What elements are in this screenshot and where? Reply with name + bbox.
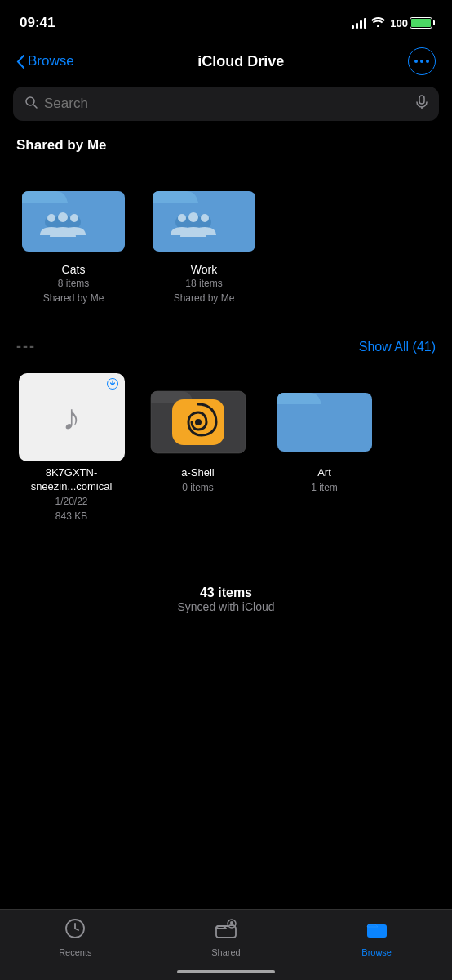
list-item[interactable]: Cats 8 itemsShared by Me xyxy=(8,167,139,318)
file-name: 8K7GXTN-sneezin...comical xyxy=(31,466,113,494)
svg-line-5 xyxy=(33,105,37,108)
file-meta: 1 item xyxy=(311,480,338,495)
file-meta: 1/20/22843 KB xyxy=(55,494,87,523)
svg-point-25 xyxy=(195,419,202,425)
file-name: Art xyxy=(317,466,331,480)
folder-name: Work xyxy=(191,263,217,276)
download-icon xyxy=(107,378,118,392)
bottom-status: 43 items Synced with iCloud xyxy=(0,537,452,630)
nav-bar: Browse iCloud Drive xyxy=(0,41,452,83)
svg-point-3 xyxy=(426,60,429,63)
svg-point-14 xyxy=(70,214,78,222)
signal-icon xyxy=(352,17,366,29)
item-count: 43 items xyxy=(16,586,436,600)
shared-folder-icon xyxy=(151,175,257,256)
status-bar: 09:41 100 xyxy=(0,0,452,41)
file-meta: 0 items xyxy=(182,480,214,495)
folder-name: Cats xyxy=(62,263,86,276)
section-header-shared: Shared by Me xyxy=(0,134,452,167)
list-item[interactable]: Work 18 itemsShared by Me xyxy=(139,167,269,318)
list-item[interactable]: ♪ 8K7GXTN-sneezin...comical 1/20/22843 K… xyxy=(8,367,135,537)
browse-icon xyxy=(366,918,388,944)
shared-label: Shared xyxy=(211,947,240,957)
back-button[interactable]: Browse xyxy=(16,53,74,69)
mic-icon[interactable] xyxy=(416,95,428,113)
svg-point-10 xyxy=(58,212,68,222)
divider-section: --- Show All (41) xyxy=(0,318,452,367)
tab-browse[interactable]: Browse xyxy=(344,918,410,957)
svg-point-30 xyxy=(230,921,233,924)
show-all-button[interactable]: Show All (41) xyxy=(359,340,436,354)
sync-status: Synced with iCloud xyxy=(16,600,436,613)
list-item[interactable]: Art 1 item xyxy=(261,367,388,537)
svg-point-2 xyxy=(420,60,423,63)
folder-thumbnail xyxy=(272,373,378,461)
folder-thumbnail xyxy=(145,373,251,461)
shared-icon xyxy=(215,918,237,944)
file-name: a-Shell xyxy=(181,466,214,480)
svg-point-0 xyxy=(377,25,379,28)
file-thumbnail: ♪ xyxy=(19,373,125,461)
search-icon xyxy=(24,96,38,112)
svg-point-12 xyxy=(47,214,55,222)
back-label: Browse xyxy=(28,53,74,69)
status-time: 09:41 xyxy=(20,15,55,31)
status-icons: 100 xyxy=(352,16,432,29)
wifi-icon xyxy=(371,16,385,29)
search-input[interactable] xyxy=(44,96,410,112)
svg-point-21 xyxy=(201,214,209,222)
browse-label: Browse xyxy=(361,947,392,957)
svg-point-19 xyxy=(178,214,186,222)
music-icon: ♪ xyxy=(63,397,81,438)
svg-rect-6 xyxy=(419,96,424,104)
recents-icon xyxy=(64,918,86,944)
home-indicator xyxy=(177,970,275,973)
svg-point-1 xyxy=(414,60,418,63)
battery-icon xyxy=(410,17,432,29)
tab-bar: Recents Shared Browse xyxy=(0,909,452,980)
list-item[interactable]: a-Shell 0 items xyxy=(135,367,261,537)
search-bar[interactable] xyxy=(13,87,439,121)
more-button[interactable] xyxy=(408,47,436,75)
shared-folder-grid: Cats 8 itemsShared by Me Work 18 itemsSh… xyxy=(0,167,452,318)
battery-indicator: 100 xyxy=(390,17,432,29)
tab-recents[interactable]: Recents xyxy=(42,918,108,957)
page-title: iCloud Drive xyxy=(197,53,284,70)
svg-point-17 xyxy=(188,212,198,222)
app-folder-icon xyxy=(149,376,247,458)
divider-dots: --- xyxy=(16,338,36,355)
plain-folder-icon xyxy=(276,376,374,458)
recents-label: Recents xyxy=(59,947,91,957)
tab-shared[interactable]: Shared xyxy=(193,918,259,957)
shared-folder-icon xyxy=(20,175,126,256)
folder-meta: 18 itemsShared by Me xyxy=(174,276,235,305)
file-grid: ♪ 8K7GXTN-sneezin...comical 1/20/22843 K… xyxy=(0,367,452,537)
folder-meta: 8 itemsShared by Me xyxy=(43,276,104,305)
